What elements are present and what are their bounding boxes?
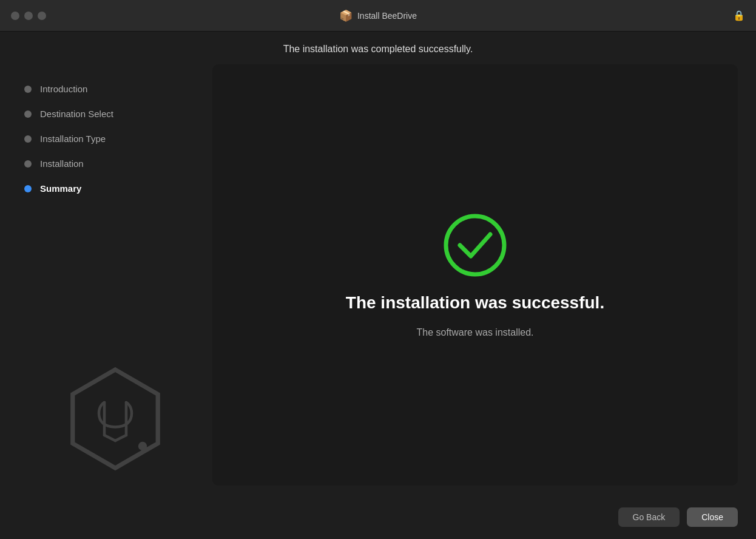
close-button[interactable]: Close: [687, 507, 738, 527]
sidebar: Introduction Destination Select Installa…: [18, 64, 212, 486]
svg-line-2: [104, 435, 115, 441]
titlebar: 📦 Install BeeDrive 🔒: [0, 0, 756, 32]
step-item-installation: Installation: [18, 151, 212, 176]
success-icon: [442, 212, 508, 279]
step-dot-destination-select: [24, 110, 32, 118]
window-title: 📦 Install BeeDrive: [339, 9, 417, 22]
step-dot-introduction: [24, 86, 32, 93]
go-back-button[interactable]: Go Back: [618, 507, 680, 527]
step-label-installation: Installation: [40, 158, 84, 169]
step-label-installation-type: Installation Type: [40, 134, 106, 144]
step-dot-installation: [24, 160, 32, 168]
step-dot-installation-type: [24, 135, 32, 143]
lock-icon: 🔒: [733, 10, 745, 21]
completion-message: The installation was completed successfu…: [18, 44, 738, 55]
step-dot-summary: [24, 185, 32, 192]
brand-watermark: [61, 364, 170, 473]
svg-line-3: [115, 435, 126, 441]
steps-list: Introduction Destination Select Installa…: [18, 76, 212, 201]
close-window-btn[interactable]: [11, 12, 19, 20]
success-title: The installation was successful.: [346, 293, 604, 313]
step-label-destination-select: Destination Select: [40, 109, 113, 119]
window-controls: [11, 12, 46, 20]
success-subtitle: The software was installed.: [417, 327, 534, 338]
app-icon: 📦: [339, 9, 353, 22]
bottom-bar: Go Back Close: [0, 498, 756, 539]
window-title-text: Install BeeDrive: [357, 11, 417, 21]
svg-point-6: [446, 216, 504, 274]
step-label-introduction: Introduction: [40, 84, 87, 94]
step-item-destination-select: Destination Select: [18, 101, 212, 126]
step-label-summary: Summary: [40, 183, 81, 194]
main-content: The installation was completed successfu…: [0, 32, 756, 498]
body-layout: Introduction Destination Select Installa…: [18, 64, 738, 486]
svg-marker-0: [73, 370, 158, 468]
step-item-summary: Summary: [18, 176, 212, 201]
minimize-window-btn[interactable]: [24, 12, 33, 20]
step-item-installation-type: Installation Type: [18, 126, 212, 151]
content-panel: The installation was successful. The sof…: [212, 64, 738, 486]
maximize-window-btn[interactable]: [38, 12, 46, 20]
svg-point-5: [138, 442, 147, 450]
step-item-introduction: Introduction: [18, 76, 212, 101]
